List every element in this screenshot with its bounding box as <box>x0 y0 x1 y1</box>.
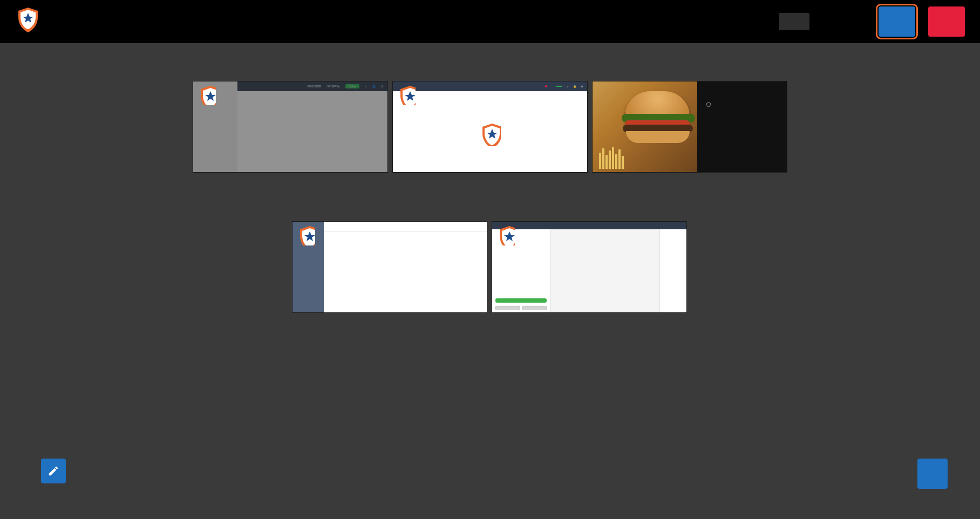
edit-terminal-button[interactable] <box>41 459 66 483</box>
footer <box>32 459 948 489</box>
tile-register[interactable] <box>492 221 588 316</box>
app-tile-grid: REGISTERORDERS●Online⤢👤⚙ <box>193 81 787 316</box>
shield-icon <box>479 122 501 146</box>
shield-icon <box>496 225 515 245</box>
shield-icon <box>397 85 416 105</box>
app-logo-icon <box>15 6 43 37</box>
shield-icon <box>297 225 315 245</box>
status-badge <box>764 13 809 30</box>
tile-orders[interactable] <box>292 221 388 316</box>
logout-button[interactable] <box>928 6 965 37</box>
pencil-icon <box>47 465 59 477</box>
tile-stand-manager[interactable]: REGISTERORDERS●Online⤢👤⚙ <box>193 81 388 176</box>
shield-icon <box>198 85 216 105</box>
reload-button[interactable] <box>879 6 915 37</box>
bypass-logo <box>706 102 778 107</box>
tile-kiosk[interactable] <box>592 81 787 176</box>
top-bar <box>0 0 980 43</box>
time-clock-button[interactable] <box>917 459 948 489</box>
tile-remote[interactable]: ⤢🔒⚙ <box>392 81 588 176</box>
kiosk-food-image <box>593 81 697 172</box>
